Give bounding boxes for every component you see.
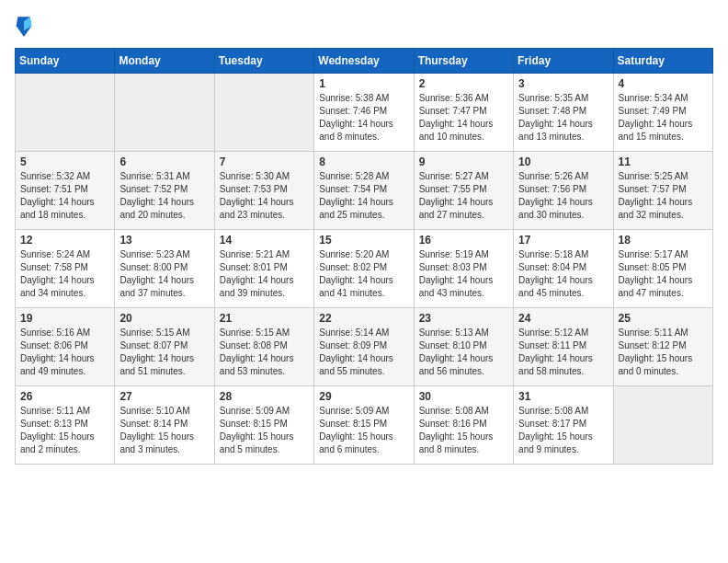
calendar-cell: 5Sunrise: 5:32 AM Sunset: 7:51 PM Daylig… (16, 152, 115, 230)
day-number: 22 (319, 312, 408, 325)
day-number: 14 (220, 234, 309, 247)
calendar-cell: 18Sunrise: 5:17 AM Sunset: 8:05 PM Dayli… (613, 230, 712, 308)
day-info: Sunrise: 5:21 AM Sunset: 8:01 PM Dayligh… (220, 248, 309, 300)
header-monday: Monday (115, 49, 214, 74)
calendar-cell: 27Sunrise: 5:10 AM Sunset: 8:14 PM Dayli… (115, 386, 214, 465)
logo-icon (15, 15, 33, 40)
day-number: 23 (419, 312, 508, 325)
day-info: Sunrise: 5:25 AM Sunset: 7:57 PM Dayligh… (619, 170, 708, 222)
day-number: 18 (619, 234, 708, 247)
calendar-cell: 31Sunrise: 5:08 AM Sunset: 8:17 PM Dayli… (514, 386, 613, 465)
calendar-cell: 17Sunrise: 5:18 AM Sunset: 8:04 PM Dayli… (514, 230, 613, 308)
calendar-cell: 19Sunrise: 5:16 AM Sunset: 8:06 PM Dayli… (16, 308, 115, 386)
day-info: Sunrise: 5:24 AM Sunset: 7:58 PM Dayligh… (20, 248, 109, 300)
day-info: Sunrise: 5:17 AM Sunset: 8:05 PM Dayligh… (619, 248, 708, 300)
day-number: 4 (619, 77, 708, 90)
day-info: Sunrise: 5:08 AM Sunset: 8:16 PM Dayligh… (419, 405, 508, 456)
day-number: 28 (220, 390, 309, 403)
day-number: 5 (20, 155, 109, 168)
calendar-cell: 15Sunrise: 5:20 AM Sunset: 8:02 PM Dayli… (314, 230, 414, 308)
header-saturday: Saturday (613, 49, 712, 74)
header-wednesday: Wednesday (314, 49, 414, 74)
calendar-cell: 12Sunrise: 5:24 AM Sunset: 7:58 PM Dayli… (16, 230, 115, 308)
day-info: Sunrise: 5:09 AM Sunset: 8:15 PM Dayligh… (319, 405, 408, 456)
day-info: Sunrise: 5:14 AM Sunset: 8:09 PM Dayligh… (319, 327, 408, 378)
day-number: 2 (419, 77, 508, 90)
day-info: Sunrise: 5:08 AM Sunset: 8:17 PM Dayligh… (518, 405, 608, 456)
day-number: 9 (419, 155, 508, 168)
day-info: Sunrise: 5:32 AM Sunset: 7:51 PM Dayligh… (20, 170, 109, 222)
logo (15, 15, 37, 40)
calendar-cell: 1Sunrise: 5:38 AM Sunset: 7:46 PM Daylig… (314, 74, 414, 152)
day-info: Sunrise: 5:20 AM Sunset: 8:02 PM Dayligh… (319, 248, 408, 300)
day-number: 13 (119, 234, 209, 247)
calendar-cell: 20Sunrise: 5:15 AM Sunset: 8:07 PM Dayli… (115, 308, 214, 386)
week-row-5: 26Sunrise: 5:11 AM Sunset: 8:13 PM Dayli… (16, 386, 713, 465)
day-number: 6 (119, 155, 209, 168)
calendar-cell: 25Sunrise: 5:11 AM Sunset: 8:12 PM Dayli… (613, 308, 712, 386)
day-number: 25 (619, 312, 708, 325)
day-number: 8 (319, 155, 408, 168)
calendar-cell: 28Sunrise: 5:09 AM Sunset: 8:15 PM Dayli… (214, 386, 313, 465)
day-info: Sunrise: 5:11 AM Sunset: 8:12 PM Dayligh… (619, 327, 708, 378)
calendar-cell: 2Sunrise: 5:36 AM Sunset: 7:47 PM Daylig… (414, 74, 513, 152)
calendar-cell: 26Sunrise: 5:11 AM Sunset: 8:13 PM Dayli… (16, 386, 115, 465)
day-number: 21 (220, 312, 309, 325)
day-info: Sunrise: 5:36 AM Sunset: 7:47 PM Dayligh… (419, 92, 508, 144)
page-header (15, 15, 713, 40)
day-info: Sunrise: 5:16 AM Sunset: 8:06 PM Dayligh… (20, 327, 109, 378)
calendar-cell: 24Sunrise: 5:12 AM Sunset: 8:11 PM Dayli… (514, 308, 613, 386)
day-info: Sunrise: 5:34 AM Sunset: 7:49 PM Dayligh… (619, 92, 708, 144)
calendar-cell: 9Sunrise: 5:27 AM Sunset: 7:55 PM Daylig… (414, 152, 513, 230)
day-number: 27 (119, 390, 209, 403)
day-info: Sunrise: 5:15 AM Sunset: 8:08 PM Dayligh… (220, 327, 309, 378)
calendar-header-row: SundayMondayTuesdayWednesdayThursdayFrid… (16, 49, 713, 74)
calendar-cell: 16Sunrise: 5:19 AM Sunset: 8:03 PM Dayli… (414, 230, 513, 308)
calendar-cell (214, 74, 313, 152)
calendar-cell (613, 386, 712, 465)
day-number: 29 (319, 390, 408, 403)
day-number: 11 (619, 155, 708, 168)
day-number: 20 (119, 312, 209, 325)
calendar-cell: 14Sunrise: 5:21 AM Sunset: 8:01 PM Dayli… (214, 230, 313, 308)
calendar-cell: 21Sunrise: 5:15 AM Sunset: 8:08 PM Dayli… (214, 308, 313, 386)
day-info: Sunrise: 5:38 AM Sunset: 7:46 PM Dayligh… (319, 92, 408, 144)
day-number: 15 (319, 234, 408, 247)
day-info: Sunrise: 5:12 AM Sunset: 8:11 PM Dayligh… (518, 327, 608, 378)
day-number: 16 (419, 234, 508, 247)
day-number: 3 (518, 77, 608, 90)
calendar-cell: 10Sunrise: 5:26 AM Sunset: 7:56 PM Dayli… (514, 152, 613, 230)
week-row-2: 5Sunrise: 5:32 AM Sunset: 7:51 PM Daylig… (16, 152, 713, 230)
calendar-cell (16, 74, 115, 152)
day-info: Sunrise: 5:11 AM Sunset: 8:13 PM Dayligh… (20, 405, 109, 456)
day-number: 12 (20, 234, 109, 247)
calendar-cell: 8Sunrise: 5:28 AM Sunset: 7:54 PM Daylig… (314, 152, 414, 230)
day-info: Sunrise: 5:31 AM Sunset: 7:52 PM Dayligh… (119, 170, 209, 222)
header-friday: Friday (514, 49, 613, 74)
day-number: 24 (518, 312, 608, 325)
calendar-cell: 30Sunrise: 5:08 AM Sunset: 8:16 PM Dayli… (414, 386, 513, 465)
calendar-cell: 3Sunrise: 5:35 AM Sunset: 7:48 PM Daylig… (514, 74, 613, 152)
day-info: Sunrise: 5:10 AM Sunset: 8:14 PM Dayligh… (119, 405, 209, 456)
day-info: Sunrise: 5:35 AM Sunset: 7:48 PM Dayligh… (518, 92, 608, 144)
day-info: Sunrise: 5:09 AM Sunset: 8:15 PM Dayligh… (220, 405, 309, 456)
week-row-3: 12Sunrise: 5:24 AM Sunset: 7:58 PM Dayli… (16, 230, 713, 308)
calendar-table: SundayMondayTuesdayWednesdayThursdayFrid… (15, 48, 713, 465)
day-number: 30 (419, 390, 508, 403)
header-thursday: Thursday (414, 49, 513, 74)
day-number: 26 (20, 390, 109, 403)
day-number: 17 (518, 234, 608, 247)
calendar-cell: 6Sunrise: 5:31 AM Sunset: 7:52 PM Daylig… (115, 152, 214, 230)
day-info: Sunrise: 5:27 AM Sunset: 7:55 PM Dayligh… (419, 170, 508, 222)
day-info: Sunrise: 5:26 AM Sunset: 7:56 PM Dayligh… (518, 170, 608, 222)
calendar-cell: 11Sunrise: 5:25 AM Sunset: 7:57 PM Dayli… (613, 152, 712, 230)
day-number: 7 (220, 155, 309, 168)
day-number: 31 (518, 390, 608, 403)
day-number: 1 (319, 77, 408, 90)
day-info: Sunrise: 5:13 AM Sunset: 8:10 PM Dayligh… (419, 327, 508, 378)
day-info: Sunrise: 5:28 AM Sunset: 7:54 PM Dayligh… (319, 170, 408, 222)
day-info: Sunrise: 5:18 AM Sunset: 8:04 PM Dayligh… (518, 248, 608, 300)
header-tuesday: Tuesday (214, 49, 313, 74)
calendar-cell: 22Sunrise: 5:14 AM Sunset: 8:09 PM Dayli… (314, 308, 414, 386)
day-info: Sunrise: 5:30 AM Sunset: 7:53 PM Dayligh… (220, 170, 309, 222)
